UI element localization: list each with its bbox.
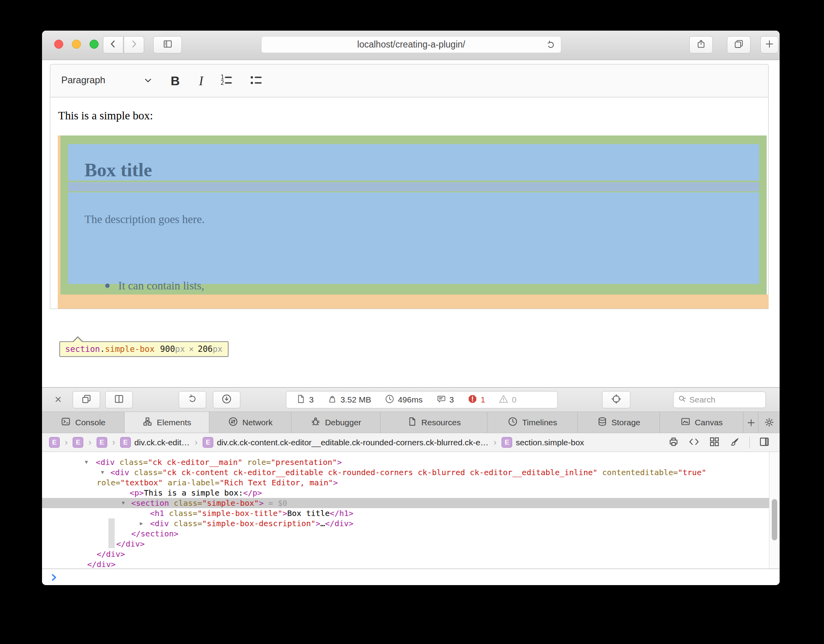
stat-value: 3 (309, 395, 314, 404)
chevron-left-icon (108, 39, 118, 51)
code-token: = (266, 457, 271, 467)
dom-tree-row[interactable]: ▼<div class="ck ck-content ck-editor__ed… (42, 467, 769, 478)
grid-overlay-icon[interactable] (709, 436, 720, 449)
breadcrumb-item[interactable]: E (73, 437, 83, 448)
resource-stats: 33.52 MB496ms310 (286, 391, 558, 408)
add-panel-button[interactable] (743, 412, 758, 433)
code-token: </section> (131, 529, 178, 538)
disclosure-open-icon[interactable]: ▼ (101, 467, 104, 478)
code-token: This is a simple box: (144, 488, 243, 498)
dom-tree-row[interactable]: ▼<section class="simple-box"> = $0 (42, 498, 769, 508)
code-token: Box title (287, 509, 330, 518)
bold-button[interactable]: B (167, 71, 184, 90)
code-token (242, 457, 247, 467)
clock-stat[interactable]: 496ms (385, 394, 423, 406)
back-button[interactable] (103, 36, 123, 53)
tab-debugger[interactable]: Debugger (291, 412, 381, 433)
print-styles-icon[interactable] (668, 436, 679, 449)
code-token: = (143, 457, 148, 467)
dom-tree-row[interactable]: </div> (42, 559, 769, 569)
forward-button[interactable] (124, 36, 144, 53)
paintbrush-icon[interactable] (729, 436, 741, 449)
breadcrumb-item[interactable]: E (97, 437, 107, 448)
tooltip-width: 900 (160, 344, 175, 354)
url-field[interactable]: localhost/creating-a-plugin/ (261, 36, 561, 53)
italic-button[interactable]: I (194, 71, 208, 90)
scrollbar-thumb[interactable] (772, 499, 777, 540)
element-badge: E (49, 437, 60, 448)
download-icon (221, 393, 232, 406)
disclosure-open-icon[interactable]: ▼ (85, 457, 88, 467)
code-token: role (97, 478, 115, 487)
paragraph-dropdown[interactable]: Paragraph (61, 75, 105, 86)
error-stat[interactable]: 1 (467, 394, 485, 406)
minimize-window-button[interactable] (72, 40, 81, 49)
code-token: > (282, 509, 287, 518)
dom-tree-row[interactable]: <p>This is a simple box:</p> (42, 488, 769, 498)
dom-tree-row[interactable]: ▶<div class="simple-box-description">…</… (42, 518, 769, 529)
warning-stat[interactable]: 0 (498, 394, 516, 406)
margin-highlight-left (58, 135, 60, 295)
disclosure-open-icon[interactable]: ▼ (122, 498, 125, 508)
network-icon (228, 416, 238, 429)
element-badge: E (120, 437, 131, 448)
breadcrumb-item[interactable]: E (49, 437, 60, 448)
detach-inspector-button[interactable] (73, 391, 100, 408)
search-input[interactable] (689, 395, 744, 404)
share-icon (696, 39, 706, 51)
code-brackets-icon[interactable] (688, 436, 700, 449)
code-token: class (174, 519, 197, 528)
code-token: </div> (116, 539, 145, 549)
close-window-button[interactable] (54, 40, 63, 49)
code-token: "simple-box-description" (202, 519, 315, 528)
tab-console[interactable]: Console (42, 412, 125, 433)
new-tab-button[interactable] (760, 36, 778, 53)
stat-value: 3 (449, 395, 454, 404)
tab-resources[interactable]: Resources (381, 412, 487, 433)
share-button[interactable] (689, 36, 713, 53)
tab-elements[interactable]: Elements (125, 412, 209, 433)
reload-page-button[interactable] (179, 391, 206, 408)
tab-label: Elements (157, 418, 191, 427)
tab-storage[interactable]: Storage (578, 412, 660, 433)
chevron-down-icon[interactable] (143, 75, 153, 86)
tab-timelines[interactable]: Timelines (487, 412, 578, 433)
dock-side-button[interactable] (105, 391, 133, 408)
numbered-list-button[interactable]: 12 (217, 71, 235, 90)
dom-tree-row[interactable]: </div> (42, 539, 769, 549)
reload-icon[interactable] (546, 40, 556, 50)
reload-icon (187, 393, 198, 406)
details-sidebar-icon[interactable] (758, 436, 770, 449)
rich-text-editor[interactable]: This is a simple box: Box title The desc… (50, 97, 769, 309)
tab-network[interactable]: Network (209, 412, 291, 433)
close-inspector-button[interactable]: × (52, 393, 64, 405)
scrollbar[interactable] (769, 452, 780, 569)
inspector-search[interactable] (673, 392, 766, 408)
dom-tree-row[interactable]: ▼<div class="ck ck-editor__main" role="p… (42, 457, 769, 467)
disclosure-closed-icon[interactable]: ▶ (140, 518, 143, 529)
bubble-stat[interactable]: 3 (436, 394, 454, 406)
code-token: = (192, 509, 197, 518)
element-picker-button[interactable] (602, 391, 630, 408)
tab-canvas[interactable]: Canvas (660, 412, 743, 433)
warning-icon (498, 394, 509, 406)
document-stat[interactable]: 3 (296, 394, 314, 406)
dom-tree-row[interactable]: </div> (42, 549, 769, 559)
dom-tree-row[interactable]: </section> (42, 529, 769, 539)
tab-overview-button[interactable] (727, 36, 751, 53)
weight-icon (327, 394, 337, 406)
sidebar-toggle-button[interactable] (153, 36, 182, 53)
settings-button[interactable] (758, 412, 780, 433)
dom-tree-row[interactable]: role="textbox" aria-label="Rich Text Edi… (42, 478, 769, 488)
error-icon (467, 394, 478, 406)
margin-collapse-strip (68, 182, 759, 191)
console-prompt[interactable] (42, 569, 780, 585)
breadcrumb-item-div-ck-ck-edit-[interactable]: Ediv.ck.ck-edit… (120, 437, 190, 448)
zoom-window-button[interactable] (90, 40, 99, 49)
breadcrumb-item-section-simple-box[interactable]: Esection.simple-box (502, 437, 584, 448)
bulleted-list-button[interactable] (247, 71, 265, 90)
download-button[interactable] (213, 391, 240, 408)
breadcrumb-item-div-ck-ck-content-ck[interactable]: Ediv.ck.ck-content.ck-editor__editable.c… (203, 437, 489, 448)
weight-stat[interactable]: 3.52 MB (327, 394, 371, 406)
dom-tree-row[interactable]: <h1 class="simple-box-title">Box title</… (42, 508, 769, 518)
